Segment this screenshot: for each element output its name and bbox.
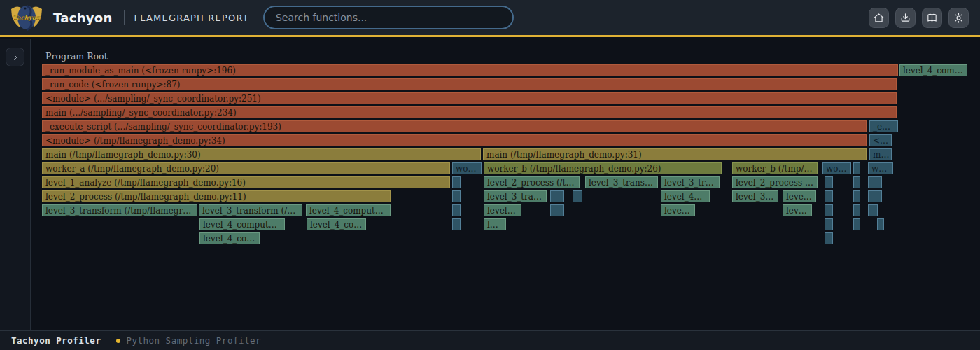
flame-frame[interactable]: _run_module_as_main (<frozen runpy>:196) [42, 64, 898, 76]
flame-frame[interactable] [550, 204, 564, 216]
flamegraph-panel: Program Root _run_module_as_main (<froze… [31, 39, 980, 330]
flame-frame[interactable]: level_2_process (/tmp/flamegraph_demo.py… [484, 176, 580, 188]
flame-frame[interactable]: worker_b [868, 162, 893, 174]
flame-frame[interactable]: level_4_compute (/tmp/flamegraph_demo.py… [484, 204, 522, 216]
flame-frame[interactable]: level_3_transform (/tmp/flamegraph_demo.… [199, 204, 302, 216]
flame-frame[interactable] [573, 190, 582, 202]
flame-frame[interactable] [853, 162, 860, 174]
flame-frame[interactable]: <module> (.../sampling/_sync_coordinator… [42, 92, 897, 104]
flame-frame[interactable]: worker_b (/tmp/flamegraph_demo.py:26) [732, 162, 818, 174]
flame-frame[interactable]: worker_b (/tmp/flamegraph_demo.py:26) [484, 162, 722, 174]
flame-frame[interactable]: level_3_transform (/tmp/flamegraph_demo.… [585, 176, 658, 188]
flame-frame[interactable]: level_4_compute (/tmp/flamegraph_demo.py… [307, 218, 366, 230]
flame-frame[interactable] [868, 204, 878, 216]
flame-frame[interactable]: _run_code (<frozen runpy>:87) [42, 78, 897, 90]
flame-frame[interactable]: level_1_analyze (/tmp/flamegraph_demo.py… [42, 176, 450, 188]
app-window: Tachyon Tachyon FLAMEGRAPH REPORT [0, 0, 980, 350]
flame-frame[interactable]: level_4_compute (/tmp/flamegraph_demo.py… [484, 218, 506, 230]
flame-frame[interactable]: level_3_transform (/tmp/flamegraph_demo.… [484, 190, 547, 202]
flame-frame[interactable]: level_4_compute (/tmp/flamegraph_demo.py… [200, 218, 285, 230]
flame-frame[interactable]: level_4_compute (/tmp/flamegraph_demo.py… [899, 64, 967, 76]
flame-frame[interactable] [868, 176, 882, 188]
flame-frame[interactable] [452, 218, 461, 230]
flame-frame[interactable] [452, 176, 461, 188]
app-logo: Tachyon [10, 2, 43, 33]
sidebar [0, 39, 31, 330]
status-bar: Tachyon Profiler Python Sampling Profile… [0, 330, 980, 350]
footer-separator-dot [116, 339, 120, 343]
flame-frame[interactable]: main (.../sampling/_sync_coordinator.py:… [42, 106, 897, 118]
flame-frame[interactable] [825, 176, 833, 188]
flame-frame[interactable] [868, 190, 882, 202]
flame-frame[interactable]: level_4_compute (/tmp/flamegraph_demo.py… [661, 204, 695, 216]
flame-frame[interactable]: level_4_compute (/tmp/flamegraph_demo.py… [783, 204, 812, 216]
docs-button[interactable] [922, 8, 942, 28]
download-button[interactable] [895, 8, 916, 28]
flame-frame[interactable]: level_4_compute (/tmp/flamegraph_demo.py… [306, 204, 391, 216]
report-label: FLAMEGRAPH REPORT [134, 13, 249, 23]
flame-frame[interactable]: level_2_process (/tmp/flamegraph_demo.py… [732, 176, 818, 188]
flame-frame[interactable] [853, 218, 860, 230]
footer-app-name: Tachyon Profiler [11, 335, 101, 346]
flame-frame[interactable] [853, 204, 860, 216]
flame-frame[interactable] [853, 190, 860, 202]
flame-frame[interactable]: worker_a [452, 162, 482, 174]
flame-frame[interactable] [825, 218, 833, 230]
book-icon [926, 12, 938, 24]
search-wrap [263, 6, 514, 29]
flame-frame[interactable]: _execute_script (.../sampling/_sync_coor… [42, 120, 867, 132]
flame-frame[interactable]: level_4_compute (/tmp/flamegraph_demo.py… [783, 190, 816, 202]
header-divider [124, 10, 125, 25]
chevron-right-icon [11, 53, 20, 62]
search-input[interactable] [263, 6, 514, 29]
flame-frame[interactable] [877, 218, 884, 230]
download-icon [899, 12, 911, 24]
header-actions [869, 8, 969, 28]
sidebar-toggle-button[interactable] [6, 48, 24, 66]
flame-frame[interactable] [452, 190, 461, 202]
flame-frame[interactable]: main [869, 148, 892, 160]
flame-frame[interactable] [825, 190, 833, 202]
program-root-label: Program Root [46, 51, 108, 62]
flame-frame[interactable] [452, 204, 461, 216]
sun-icon [953, 12, 965, 24]
flame-frame[interactable]: level_2_process (/tmp/flamegraph_demo.py… [42, 190, 391, 202]
header: Tachyon Tachyon FLAMEGRAPH REPORT [0, 0, 980, 37]
flame-frame[interactable] [550, 190, 564, 202]
flame-frame[interactable]: level_3_transform (/tmp/flamegraph_demo.… [42, 204, 197, 216]
flame-frame[interactable] [825, 232, 833, 244]
flame-frame[interactable]: <module> (/tmp/flamegraph_demo.py:34) [42, 134, 867, 146]
flame-frame[interactable]: main (/tmp/flamegraph_demo.py:31) [483, 148, 867, 160]
flame-frame[interactable]: _execute_script [869, 120, 898, 132]
flame-frame[interactable]: level_4_compute (/tmp/flamegraph_demo.py… [661, 190, 710, 202]
flame-frame[interactable] [825, 204, 833, 216]
flame-frame[interactable]: level_3_transform (/tmp/flamegraph_demo.… [732, 190, 778, 202]
theme-button[interactable] [948, 8, 969, 28]
flame-frame[interactable]: <module> [869, 134, 892, 146]
flame-frame[interactable]: level_4_compute (/tmp/flamegraph_demo.py… [200, 232, 260, 244]
flame-frame[interactable]: level_3_transform (/tmp/flamegraph_demo.… [661, 176, 720, 188]
flame-frame[interactable] [853, 176, 860, 188]
flame-frame[interactable]: worker_b [822, 162, 851, 174]
svg-text:Tachyon: Tachyon [13, 14, 41, 21]
footer-subtitle: Python Sampling Profiler [126, 335, 261, 346]
flame-frame[interactable]: main (/tmp/flamegraph_demo.py:30) [42, 148, 481, 160]
app-title: Tachyon [53, 10, 113, 25]
flame-frame[interactable]: worker_a (/tmp/flamegraph_demo.py:20) [42, 162, 450, 174]
home-icon [873, 12, 885, 24]
home-button[interactable] [869, 8, 889, 28]
